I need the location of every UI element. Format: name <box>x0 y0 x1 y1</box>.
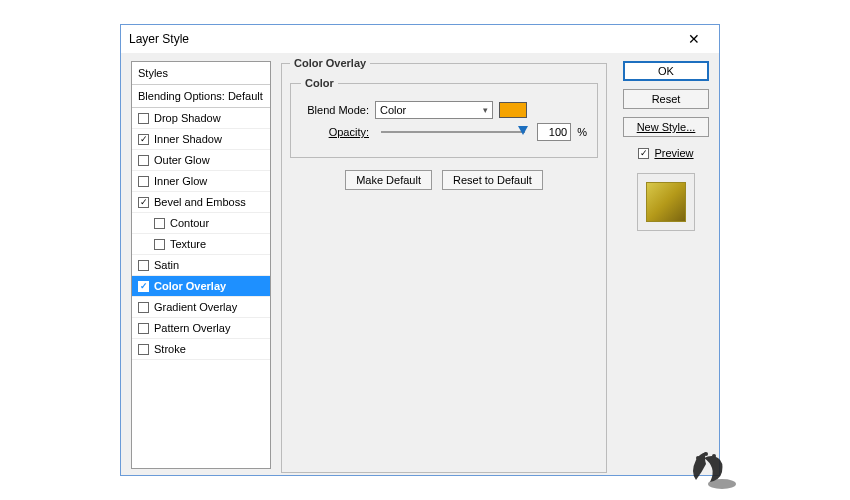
color-group-title: Color <box>301 77 338 89</box>
opacity-label: Opacity: <box>301 126 369 138</box>
style-checkbox[interactable] <box>154 218 165 229</box>
blend-mode-label: Blend Mode: <box>301 104 369 116</box>
blend-mode-value: Color <box>380 104 406 116</box>
chevron-down-icon: ▾ <box>483 105 488 115</box>
style-item-label: Outer Glow <box>154 154 210 166</box>
preview-thumbnail <box>637 173 695 231</box>
slider-thumb-icon <box>518 126 528 135</box>
style-checkbox[interactable] <box>138 344 149 355</box>
reset-default-button[interactable]: Reset to Default <box>442 170 543 190</box>
new-style-button[interactable]: New Style... <box>623 117 709 137</box>
close-button[interactable]: ✕ <box>675 28 713 50</box>
style-checkbox[interactable] <box>138 113 149 124</box>
blend-mode-select[interactable]: Color ▾ <box>375 101 493 119</box>
style-item-contour[interactable]: Contour <box>132 213 270 234</box>
reset-button[interactable]: Reset <box>623 89 709 109</box>
svg-point-2 <box>704 452 708 456</box>
style-checkbox[interactable] <box>138 260 149 271</box>
opacity-input[interactable]: 100 <box>537 123 571 141</box>
style-item-bevel-and-emboss[interactable]: Bevel and Emboss <box>132 192 270 213</box>
style-item-label: Inner Glow <box>154 175 207 187</box>
style-item-satin[interactable]: Satin <box>132 255 270 276</box>
ok-button[interactable]: OK <box>623 61 709 81</box>
styles-header[interactable]: Styles <box>132 62 270 85</box>
preview-toggle[interactable]: Preview <box>623 147 709 159</box>
style-checkbox[interactable] <box>138 302 149 313</box>
style-item-label: Pattern Overlay <box>154 322 230 334</box>
style-checkbox[interactable] <box>138 134 149 145</box>
color-overlay-group-title: Color Overlay <box>290 57 370 69</box>
style-item-gradient-overlay[interactable]: Gradient Overlay <box>132 297 270 318</box>
style-checkbox[interactable] <box>138 176 149 187</box>
style-checkbox[interactable] <box>138 197 149 208</box>
style-checkbox[interactable] <box>138 323 149 334</box>
watermark-logo <box>676 440 740 492</box>
right-button-panel: OK Reset New Style... Preview <box>623 61 709 231</box>
settings-panel: Color Overlay Color Blend Mode: Color ▾ … <box>281 57 607 473</box>
style-item-texture[interactable]: Texture <box>132 234 270 255</box>
make-default-button[interactable]: Make Default <box>345 170 432 190</box>
svg-point-1 <box>696 456 700 460</box>
style-item-label: Drop Shadow <box>154 112 221 124</box>
style-checkbox[interactable] <box>138 155 149 166</box>
preview-label: Preview <box>654 147 693 159</box>
style-checkbox[interactable] <box>154 239 165 250</box>
style-item-color-overlay[interactable]: Color Overlay <box>132 276 270 297</box>
preview-checkbox[interactable] <box>638 148 649 159</box>
svg-point-3 <box>712 454 716 458</box>
style-item-outer-glow[interactable]: Outer Glow <box>132 150 270 171</box>
opacity-unit: % <box>577 126 587 138</box>
opacity-slider[interactable] <box>381 131 525 133</box>
titlebar: Layer Style ✕ <box>121 25 719 53</box>
style-item-label: Satin <box>154 259 179 271</box>
style-item-label: Contour <box>170 217 209 229</box>
color-swatch[interactable] <box>499 102 527 118</box>
styles-list: Styles Blending Options: Default Drop Sh… <box>131 61 271 469</box>
style-item-inner-shadow[interactable]: Inner Shadow <box>132 129 270 150</box>
style-item-stroke[interactable]: Stroke <box>132 339 270 360</box>
style-item-label: Stroke <box>154 343 186 355</box>
style-item-pattern-overlay[interactable]: Pattern Overlay <box>132 318 270 339</box>
preview-image <box>646 182 686 222</box>
blending-options-item[interactable]: Blending Options: Default <box>132 85 270 108</box>
style-item-label: Texture <box>170 238 206 250</box>
style-item-label: Inner Shadow <box>154 133 222 145</box>
style-item-label: Bevel and Emboss <box>154 196 246 208</box>
style-item-drop-shadow[interactable]: Drop Shadow <box>132 108 270 129</box>
style-checkbox[interactable] <box>138 281 149 292</box>
style-item-label: Gradient Overlay <box>154 301 237 313</box>
close-icon: ✕ <box>688 32 700 46</box>
style-item-inner-glow[interactable]: Inner Glow <box>132 171 270 192</box>
style-item-label: Color Overlay <box>154 280 226 292</box>
layer-style-dialog: Layer Style ✕ Styles Blending Options: D… <box>120 24 720 476</box>
dialog-title: Layer Style <box>129 32 189 46</box>
